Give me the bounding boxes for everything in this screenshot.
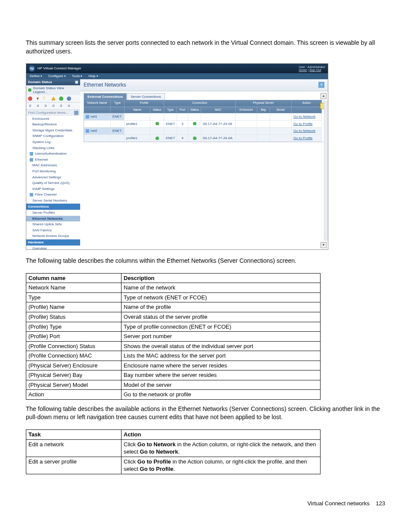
action-link[interactable]: Go to Network <box>292 128 322 135</box>
column-header[interactable]: Type <box>111 100 125 106</box>
column-header[interactable]: MAC <box>201 107 236 113</box>
find-bar[interactable]: Find Configuration Items... <box>26 110 80 116</box>
minor-icon[interactable]: ! <box>44 96 48 101</box>
nav-row[interactable]: Stacking Links <box>26 145 80 151</box>
tree-expand-icon[interactable] <box>30 152 33 156</box>
nav-row[interactable]: Backup/Restore <box>26 121 80 128</box>
nav-item[interactable]: Connections <box>28 205 49 208</box>
nav-item[interactable]: System Log <box>32 140 50 144</box>
tab-server-connections[interactable]: Server Connections <box>127 93 165 100</box>
nav-item[interactable]: Enclosures <box>32 117 50 121</box>
column-header[interactable]: Network Name <box>84 100 111 106</box>
nav-item[interactable]: Ethernet Networks <box>32 217 63 221</box>
table-cell: profile1 <box>125 135 150 142</box>
nav-item[interactable]: Shared Uplink Sets <box>32 222 62 226</box>
domain-status-bar[interactable]: Domain Status View Legend... <box>26 85 80 95</box>
scroll-up-icon[interactable]: ▲ <box>321 93 327 99</box>
column-header[interactable]: Action <box>292 100 322 106</box>
table-cell <box>150 135 164 142</box>
nav-row[interactable]: Advanced Settings <box>26 174 80 180</box>
column-header[interactable]: Name <box>125 107 150 113</box>
nav-row[interactable]: Server Profiles <box>26 210 80 216</box>
nav-row[interactable]: IGMP Settings <box>26 186 80 192</box>
nav-row[interactable]: Enclosures <box>26 116 80 122</box>
nav-row[interactable]: Network Access Groups <box>26 233 80 239</box>
nav-row[interactable]: Storage Mgmt Credentials <box>26 128 80 134</box>
nav-row[interactable]: Port Monitoring <box>26 168 80 174</box>
menu-tools[interactable]: Tools <box>72 74 83 78</box>
nav-row[interactable]: Hardware <box>26 239 80 246</box>
home-link[interactable]: Home <box>299 68 307 72</box>
column-header[interactable]: Physical Server <box>236 100 292 106</box>
nav-item[interactable]: SNMP Configuration <box>32 134 64 138</box>
column-header[interactable]: Enclosure <box>236 107 257 113</box>
nav-item[interactable]: Users/Authentication <box>35 152 67 156</box>
nav-item[interactable]: Hardware <box>28 240 44 244</box>
nav-row[interactable]: Overview <box>26 246 80 250</box>
tree-expand-icon[interactable] <box>30 158 33 162</box>
column-header[interactable]: Type <box>164 107 177 113</box>
tree-expand-icon[interactable] <box>30 193 33 196</box>
column-header[interactable]: Status <box>188 107 201 113</box>
info-icon[interactable] <box>67 96 71 101</box>
collapse-icon[interactable]: ▣ <box>75 80 78 84</box>
warning-icon[interactable] <box>51 96 56 100</box>
nav-item[interactable]: IGMP Settings <box>32 187 54 191</box>
column-header[interactable]: Connection <box>164 100 236 106</box>
column-header[interactable]: Port <box>177 107 188 113</box>
nav-row[interactable]: Fibre Channel <box>26 192 80 198</box>
nav-row[interactable]: Ethernet Networks <box>26 216 80 222</box>
nav-row[interactable]: Quality of Service (QoS) <box>26 180 80 186</box>
ok-status-icon <box>193 137 196 140</box>
nav-row[interactable]: SAN Fabrics <box>26 227 80 233</box>
nav-item[interactable]: Storage Mgmt Credentials <box>32 128 72 132</box>
help-icon[interactable]: ? <box>318 82 324 88</box>
filter-icon[interactable]: ▼ <box>36 96 40 101</box>
critical-icon[interactable] <box>28 96 32 101</box>
menu-help[interactable]: Help <box>88 74 98 78</box>
nav-item[interactable]: Quality of Service (QoS) <box>32 181 69 185</box>
nav-row[interactable]: Connections <box>26 203 80 210</box>
table-cell <box>270 135 292 142</box>
nav-row[interactable]: MAC Addresses <box>26 162 80 168</box>
nav-item[interactable]: SAN Fabrics <box>32 228 52 232</box>
ok-icon[interactable] <box>59 96 63 101</box>
nav-row[interactable]: System Log <box>26 139 80 145</box>
column-header[interactable] <box>84 107 111 113</box>
menu-configure[interactable]: Configure <box>48 74 66 78</box>
tab-external-connections[interactable]: External Connections <box>84 93 127 100</box>
column-header[interactable]: Status <box>150 107 164 113</box>
nav-item[interactable]: Port Monitoring <box>32 169 56 173</box>
nav-item[interactable]: Fibre Channel <box>35 193 56 197</box>
nav-row[interactable]: Shared Uplink Sets <box>26 221 80 227</box>
scrollbar[interactable] <box>324 101 328 241</box>
nav-item[interactable]: Server Profiles <box>32 211 55 215</box>
signout-link[interactable]: Sign Out <box>309 68 321 72</box>
nav-item[interactable]: Stacking Links <box>32 146 55 150</box>
nav-row[interactable]: Users/Authentication <box>26 151 80 157</box>
action-link[interactable]: Go to Profile <box>292 121 322 128</box>
find-button-icon[interactable] <box>74 111 78 115</box>
nav-item[interactable]: Advanced Settings <box>32 175 61 179</box>
column-header[interactable] <box>111 107 125 113</box>
scroll-down-icon[interactable]: ▼ <box>321 242 327 248</box>
nav-item[interactable]: MAC Addresses <box>32 163 57 167</box>
column-header[interactable] <box>292 107 322 113</box>
network-icon <box>86 115 89 118</box>
menu-define[interactable]: Define <box>30 74 42 78</box>
nav-item[interactable]: Network Access Groups <box>32 234 69 238</box>
column-header[interactable]: Model <box>270 107 292 113</box>
status-links[interactable]: Domain Status View Legend... <box>33 86 78 94</box>
nav-item[interactable]: Ethernet <box>35 158 48 162</box>
nav-row[interactable]: Ethernet <box>26 157 80 163</box>
column-header[interactable]: Profile <box>125 100 164 106</box>
nav-row[interactable]: Server Serial Numbers <box>26 198 80 204</box>
nav-item[interactable]: Overview <box>32 246 47 250</box>
column-header[interactable]: Bay <box>257 107 270 113</box>
action-link[interactable]: Go to Network <box>292 113 322 121</box>
nav-row[interactable]: SNMP Configuration <box>26 133 80 139</box>
table1-caption: The following table describes the column… <box>26 257 385 265</box>
action-link[interactable]: Go to Profile <box>292 135 322 142</box>
nav-item[interactable]: Backup/Restore <box>32 122 57 126</box>
nav-item[interactable]: Server Serial Numbers <box>32 199 67 202</box>
